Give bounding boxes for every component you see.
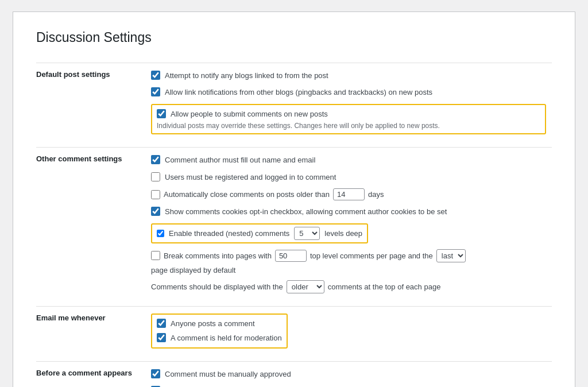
label-link-notifications[interactable]: Allow link notifications from other blog… xyxy=(165,87,432,98)
checkbox-held-moderation[interactable] xyxy=(157,333,166,342)
threaded-levels-select[interactable]: 1 2 3 4 5 6 7 8 9 10 xyxy=(294,227,320,240)
checkbox-allow-comments[interactable] xyxy=(157,109,166,118)
option-held-moderation: A comment is held for moderation xyxy=(157,332,282,344)
threaded-levels-suffix: levels deep xyxy=(324,229,362,238)
section-label-before-comment: Before a comment appears xyxy=(36,369,132,377)
display-order-select[interactable]: newer older xyxy=(287,280,324,293)
checkbox-notify-blogs[interactable] xyxy=(151,71,160,80)
label-cookies-opt-in[interactable]: Show comments cookies opt-in checkbox, a… xyxy=(165,206,447,218)
section-default-post-settings: Default post settings Attempt to notify … xyxy=(36,63,552,148)
checkbox-threaded-comments[interactable] xyxy=(157,230,164,237)
checkbox-auto-close[interactable] xyxy=(151,190,160,199)
label-manually-approved[interactable]: Comment must be manually approved xyxy=(165,369,291,380)
display-order-suffix: comments at the top of each page xyxy=(328,282,441,291)
label-notify-blogs[interactable]: Attempt to notify any blogs linked to fr… xyxy=(165,70,328,82)
allow-comments-note: Individual posts may override these sett… xyxy=(157,122,540,130)
section-email-me-whenever: Email me whenever Anyone posts a comment… xyxy=(36,306,552,361)
label-allow-comments[interactable]: Allow people to submit comments on new p… xyxy=(171,109,328,120)
break-pages-middle: top level comments per page and the xyxy=(310,251,433,260)
settings-table: Default post settings Attempt to notify … xyxy=(36,63,552,387)
option-cookies-opt-in: Show comments cookies opt-in checkbox, a… xyxy=(151,206,546,218)
section-label-default-post: Default post settings xyxy=(36,70,110,79)
option-notify-blogs: Attempt to notify any blogs linked to fr… xyxy=(151,70,546,82)
option-link-notifications: Allow link notifications from other blog… xyxy=(151,87,546,98)
section-other-comment-settings: Other comment settings Comment author mu… xyxy=(36,148,552,307)
section-before-comment-appears: Before a comment appears Comment must be… xyxy=(36,361,552,387)
break-pages-select[interactable]: first last xyxy=(436,249,466,262)
display-order-row: Comments should be displayed with the ne… xyxy=(151,280,546,293)
break-pages-count-input[interactable] xyxy=(275,250,307,262)
highlight-allow-comments: Allow people to submit comments on new p… xyxy=(151,104,546,135)
option-manually-approved: Comment must be manually approved xyxy=(151,369,546,380)
checkbox-cookies-opt-in[interactable] xyxy=(151,207,160,216)
section-label-email: Email me whenever xyxy=(36,314,106,322)
label-registered-logged-in[interactable]: Users must be registered and logged in t… xyxy=(165,172,336,183)
label-author-name-email[interactable]: Comment author must fill out name and em… xyxy=(165,154,315,166)
checkbox-manually-approved[interactable] xyxy=(151,369,160,378)
option-registered-logged-in: Users must be registered and logged in t… xyxy=(151,172,546,183)
auto-close-suffix: days xyxy=(368,190,384,199)
display-order-prefix: Comments should be displayed with the xyxy=(151,282,283,291)
highlight-threaded-comments: Enable threaded (nested) comments 1 2 3 … xyxy=(151,223,368,243)
option-auto-close: Automatically close comments on posts ol… xyxy=(151,188,546,200)
auto-close-days-input[interactable] xyxy=(333,188,365,200)
option-allow-comments: Allow people to submit comments on new p… xyxy=(157,109,540,120)
page-title: Discussion Settings xyxy=(36,29,552,47)
label-auto-close[interactable]: Automatically close comments on posts ol… xyxy=(164,190,330,199)
checkbox-registered-logged-in[interactable] xyxy=(151,172,160,181)
section-label-other-comments: Other comment settings xyxy=(36,154,122,163)
label-anyone-posts[interactable]: Anyone posts a comment xyxy=(171,318,255,330)
label-break-pages[interactable]: Break comments into pages with xyxy=(164,251,272,260)
label-threaded-comments[interactable]: Enable threaded (nested) comments xyxy=(169,229,289,238)
option-author-name-email: Comment author must fill out name and em… xyxy=(151,154,546,166)
break-pages-suffix: page displayed by default xyxy=(151,266,235,274)
label-held-moderation[interactable]: A comment is held for moderation xyxy=(171,332,282,344)
checkbox-author-name-email[interactable] xyxy=(151,155,160,164)
highlight-email-options: Anyone posts a comment A comment is held… xyxy=(151,314,288,349)
checkbox-link-notifications[interactable] xyxy=(151,87,160,96)
checkbox-break-pages[interactable] xyxy=(151,251,160,260)
option-anyone-posts: Anyone posts a comment xyxy=(157,318,282,330)
checkbox-anyone-posts[interactable] xyxy=(157,319,166,328)
settings-page: Discussion Settings Default post setting… xyxy=(13,11,575,387)
option-break-pages: Break comments into pages with top level… xyxy=(151,249,546,274)
